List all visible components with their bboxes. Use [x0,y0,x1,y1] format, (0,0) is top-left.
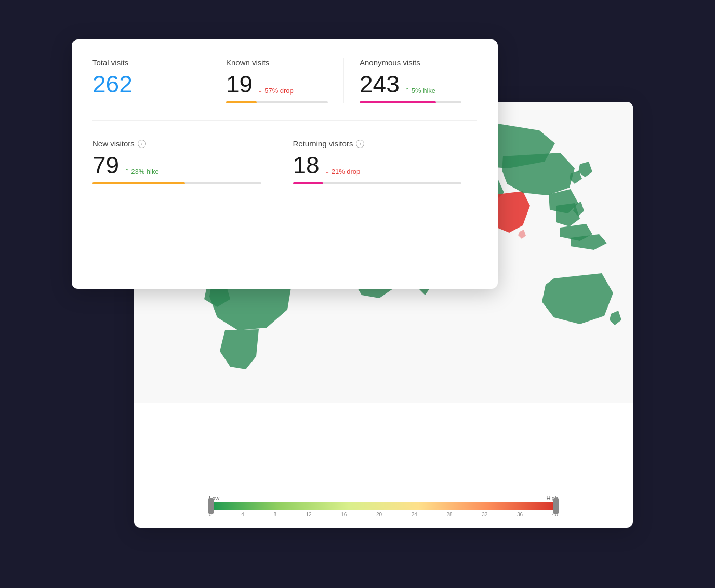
total-visits-label: Total visits [92,58,194,67]
legend-low-high: Low High [209,495,558,501]
returning-visitors-bar-track [293,182,462,184]
returning-visitors-value-row: 18 ⌄ 21% drop [293,153,462,177]
anonymous-visits-block: Anonymous visits 243 ⌃ 5% hike [343,58,477,103]
known-visits-change: ⌄ 57% drop [258,87,294,95]
legend-marker-right [553,498,559,514]
anonymous-visits-bar-fill [360,101,436,103]
returning-visitors-info-icon[interactable]: i [356,140,364,148]
anonymous-visits-bar-track [360,101,461,103]
stats-top-row: Total visits 262 Known visits 19 ⌄ 57% d… [92,58,477,121]
returning-visitors-value: 18 [293,153,320,177]
returning-visitors-arrow-down: ⌄ [325,168,330,175]
anonymous-visits-label: Anonymous visits [360,58,461,67]
returning-visitors-label: Returning visitors [293,139,353,148]
total-visits-value: 262 [92,72,133,96]
new-visitors-bar-track [92,182,261,184]
legend-color-bar [209,502,558,510]
new-visitors-label-row: New visitors i [92,139,261,148]
map-legend: Low High 0 4 8 12 16 20 24 28 32 [209,490,558,528]
anonymous-visits-change: ⌃ 5% hike [405,87,435,95]
known-visits-arrow-down: ⌄ [258,87,263,94]
new-visitors-bar-fill [92,182,185,184]
returning-visitors-bar-fill [293,182,323,184]
new-visitors-label: New visitors [92,139,135,148]
known-visits-value-row: 19 ⌄ 57% drop [226,72,328,96]
total-visits-block: Total visits 262 [92,58,210,103]
anonymous-visits-value-row: 243 ⌃ 5% hike [360,72,461,96]
anonymous-visits-value: 243 [360,72,400,96]
known-visits-block: Known visits 19 ⌄ 57% drop [210,58,343,103]
stats-card: Total visits 262 Known visits 19 ⌄ 57% d… [72,39,498,289]
returning-visitors-block: Returning visitors i 18 ⌄ 21% drop [277,139,478,184]
known-visits-value: 19 [226,72,253,96]
new-visitors-block: New visitors i 79 ⌃ 23% hike [92,139,277,184]
new-visitors-value-row: 79 ⌃ 23% hike [92,153,261,177]
new-visitors-change: ⌃ 23% hike [124,168,158,176]
legend-marker-left [208,498,214,514]
stats-bottom-row: New visitors i 79 ⌃ 23% hike Returnin [92,139,477,184]
returning-visitors-change: ⌄ 21% drop [325,168,361,176]
new-visitors-info-icon[interactable]: i [138,140,146,148]
known-visits-bar-fill [226,101,257,103]
known-visits-label: Known visits [226,58,328,67]
legend-numbers: 0 4 8 12 16 20 24 28 32 36 40 [209,512,558,517]
returning-visitors-label-row: Returning visitors i [293,139,462,148]
total-visits-value-row: 262 [92,72,194,96]
new-visitors-value: 79 [92,153,119,177]
known-visits-bar-track [226,101,328,103]
anonymous-visits-arrow-up: ⌃ [405,87,410,94]
new-visitors-arrow-up: ⌃ [124,168,129,175]
